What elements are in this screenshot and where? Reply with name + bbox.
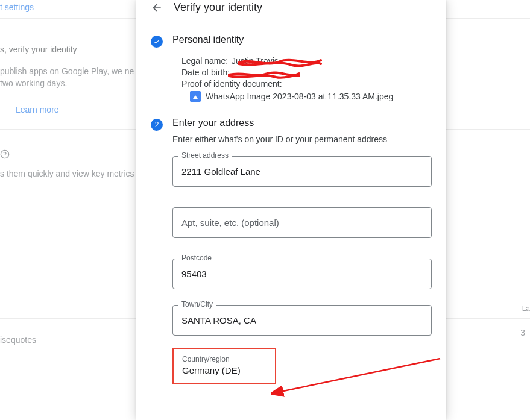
street-address-input[interactable] [172,156,432,187]
country-region-value: Germany (DE) [182,365,267,375]
proof-file-name: WhatsApp Image 2023-08-03 at 11.35.33 AM… [206,92,393,101]
town-city-input[interactable] [172,305,432,336]
back-arrow-icon[interactable] [151,2,163,14]
enter-address-heading: Enter your address [172,118,432,128]
town-city-label: Town/City [178,300,216,309]
bg-la-text: La [522,304,530,313]
image-file-icon [190,91,201,102]
bg-working-text: two working days. [0,78,67,88]
bg-publish-text: publish apps on Google Play, we ne [0,66,134,76]
bg-learn-more-link[interactable]: Learn more [16,105,59,114]
dob-label: Date of birth: [181,67,230,77]
step-2-icon: 2 [151,119,163,131]
step-1-check-icon [151,36,163,48]
address-hint: Enter either what's on your ID or your p… [172,134,432,144]
bg-isequotes-text: isequotes [0,335,36,345]
postcode-input[interactable] [172,259,432,289]
bg-three-text: 3 [520,328,525,337]
country-region-label: Country/region [182,355,267,363]
legal-name-value: Justin Travis [232,56,279,66]
postcode-label: Postcode [178,254,215,262]
dialog-title: Verify your identity [174,1,262,14]
proof-label: Proof of identity document: [181,79,282,89]
bg-verify-text: s, verify your identity [0,45,77,54]
bg-settings-link: t settings [0,2,34,12]
legal-name-label: Legal name: [181,56,228,66]
personal-identity-heading: Personal identity [172,34,432,45]
verify-identity-dialog: Verify your identity Personal identity L… [136,0,446,420]
country-region-field[interactable]: Country/region Germany (DE) [172,348,276,384]
help-icon [0,149,10,161]
street-address-label: Street address [178,151,232,160]
bg-metrics-text: s them quickly and view key metrics [0,169,134,178]
apt-suite-input[interactable] [172,207,432,238]
